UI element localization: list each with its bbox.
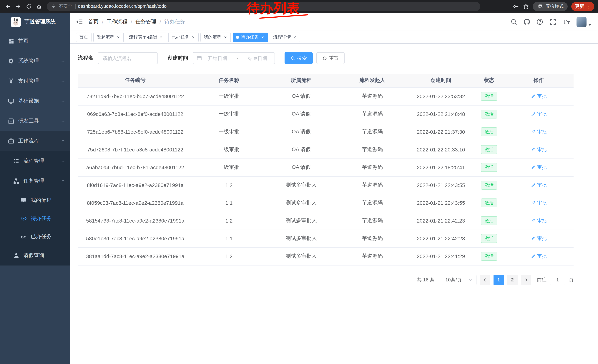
sidebar-item-home[interactable]: 首页 [0,31,70,51]
sidebar-item-task-mgmt[interactable]: 任务管理 [0,171,70,191]
back-button[interactable] [3,1,13,11]
sidebar-item-label: 首页 [18,38,29,44]
security-label: 不安全 [58,3,72,9]
sidebar-item-my-process[interactable]: 我的流程 [0,191,70,209]
tags-view: 首页 发起流程 × 流程表单-编辑 × 已办任务 × 我的流程 × 待办任务 ×… [70,31,598,44]
prev-page-button[interactable] [480,275,490,285]
sidebar-item-devtools[interactable]: 研发工具 [0,111,70,131]
incognito-icon [537,4,544,8]
breadcrumb-separator: / [102,19,103,25]
goto-page-input[interactable] [550,275,565,285]
tab-已办任务[interactable]: 已办任务 × [168,32,199,42]
sidebar-item-label: 支付管理 [18,78,39,84]
glasses-icon [21,234,27,239]
user-avatar[interactable] [576,17,591,27]
reload-button[interactable] [24,1,33,11]
close-icon[interactable]: × [116,35,120,40]
not-secure-warning-icon [51,4,56,9]
collapse-sidebar-button[interactable] [70,13,88,31]
next-page-button[interactable] [521,275,531,285]
sidebar-item-label: 基础设施 [18,98,39,105]
tab-发起流程[interactable]: 发起流程 × [93,32,124,42]
breadcrumb-item[interactable]: 首页 [88,18,99,25]
tab-流程详情[interactable]: 流程详情 × [270,32,300,42]
main-area: 首页/工作流程/任务管理/待办任务 首页 发起流程 × [70,13,598,364]
sidebar-item-todo-task[interactable]: 待办任务 [0,209,70,227]
goto-label: 前往 [537,276,547,283]
cell-process: 测试多审批人 [265,194,337,212]
update-menu-button[interactable]: 更新 ⋮ [571,2,594,11]
approve-link[interactable]: 审批 [531,111,547,117]
tab-首页[interactable]: 首页 [76,32,91,42]
app-logo[interactable]: 芋道管理系统 [0,13,70,31]
sidebar-item-leave-query[interactable]: 请假查询 [0,245,70,266]
page-button-2[interactable]: 2 [507,275,518,285]
close-icon[interactable]: × [191,35,195,40]
forward-button[interactable] [13,1,23,11]
status-badge: 激活 [481,92,497,101]
page-content: 流程名 创建时间 - 搜索 [70,44,598,364]
sidebar-item-label: 流程管理 [23,158,44,164]
filter-bar: 流程名 创建时间 - 搜索 [78,52,590,64]
approve-link[interactable]: 审批 [531,146,547,153]
incognito-badge: 无痕模式 [533,2,568,11]
page-size-select[interactable]: 10条/页 [442,275,476,285]
breadcrumb-item[interactable]: 任务管理 [136,18,156,25]
briefcase-icon [8,138,14,144]
page-numbers: 12 [493,275,518,285]
search-icon[interactable] [511,18,517,25]
tab-我的流程[interactable]: 我的流程 × [200,32,231,42]
close-icon[interactable]: × [260,35,265,40]
bookmark-star-icon[interactable] [523,3,529,9]
tab-label: 我的流程 [204,34,222,40]
tab-流程表单-编辑[interactable]: 流程表单-编辑 × [126,32,166,42]
sidebar-item-label: 待办任务 [31,215,51,222]
close-icon[interactable]: × [159,35,163,40]
sidebar-item-payment[interactable]: 支付管理 [0,71,70,91]
approve-link[interactable]: 审批 [531,93,547,100]
breadcrumb-item[interactable]: 工作流程 [107,18,127,25]
page-button-1[interactable]: 1 [493,275,504,285]
approve-link[interactable]: 审批 [531,129,547,135]
url-text: dashboard.yudao.iocoder.cn/bpm/task/todo [78,4,166,9]
help-icon[interactable] [537,18,543,25]
github-icon[interactable] [523,18,530,25]
approve-link[interactable]: 审批 [531,253,547,259]
avatar [576,17,587,27]
close-icon[interactable]: × [293,35,297,40]
breadcrumb-item: 待办任务 [164,18,185,25]
fullscreen-icon[interactable] [549,18,556,25]
process-name-field [98,52,158,64]
password-key-icon[interactable] [513,3,519,9]
font-size-icon[interactable] [562,18,570,25]
approve-link[interactable]: 审批 [531,164,547,171]
search-icon [291,56,295,61]
sidebar-item-workflow[interactable]: 工作流程 [0,131,70,151]
sidebar-item-infrastructure[interactable]: 基础设施 [0,91,70,111]
approve-link[interactable]: 审批 [531,217,547,224]
edit-icon [531,129,536,134]
sidebar-item-done-task[interactable]: 已办任务 [0,227,70,245]
tab-待办任务[interactable]: 待办任务 × [233,32,268,42]
search-button[interactable]: 搜索 [284,52,313,64]
column-header: 创建时间 [407,74,474,87]
sidebar-item-process-mgmt[interactable]: 流程管理 [0,151,70,171]
cell-task-name: 1.2 [193,176,265,194]
status-badge: 激活 [481,163,497,172]
dashboard-icon [8,38,14,44]
close-icon[interactable]: × [224,35,227,40]
process-name-input[interactable] [102,55,154,61]
approve-link[interactable]: 审批 [531,200,547,206]
approve-link[interactable]: 审批 [531,235,547,242]
sidebar-item-system[interactable]: 系统管理 [0,51,70,71]
end-date-input[interactable] [244,55,271,61]
reset-button[interactable]: 重置 [316,52,345,64]
cell-initiator: 芋道源码 [337,247,407,265]
table-row: 8f0d1619-7ac8-11ec-a9e2-a2380e71991a 1.2… [78,176,573,194]
approve-link[interactable]: 审批 [531,182,547,188]
browser-home-button[interactable] [34,1,44,11]
cell-created-time: 2022-01-22 21:48:48 [407,105,474,123]
date-range-picker[interactable]: - [193,52,275,64]
address-bar[interactable]: 不安全 dashboard.yudao.iocoder.cn/bpm/task/… [47,2,480,11]
start-date-input[interactable] [204,55,231,61]
